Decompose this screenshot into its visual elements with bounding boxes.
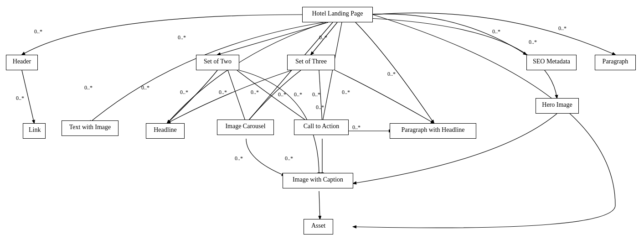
label-cta-iwc: 0..* [285,155,293,162]
paragraph-label: Paragraph [603,58,629,65]
label-set3-ic: 0..* [294,91,302,98]
set-of-three-node: Set of Three [287,55,335,70]
header-node: Header [6,55,38,70]
call-to-action-label: Call to Action [304,123,340,130]
label-set3-cta: 0..* [312,91,320,98]
image-carousel-node: Image Carousel [217,120,274,135]
label-hlp-twi: 0..* [84,84,93,91]
text-with-image-node: Text with Image [62,120,118,136]
label-set3-headline: 0..* [278,91,286,98]
asset-node: Asset [304,219,333,235]
hero-image-label: Hero Image [542,101,572,108]
diagram-container: Hotel Landing Page Header Set of Two Set… [0,0,644,245]
set-of-two-label: Set of Two [204,58,232,65]
label-cta-right: 0..* [352,124,361,131]
label-hlp-set2: 0..* [178,34,186,41]
image-with-caption-node: Image with Caption [283,173,353,188]
label-ic-iwc: 0..* [235,155,243,162]
link-label: Link [29,126,41,133]
hotel-landing-page-label: Hotel Landing Page [312,10,363,17]
label-hlp-header: 0..* [34,28,42,35]
asset-label: Asset [311,222,325,229]
label-set2-iwc: 0..* [316,104,324,111]
label-set3-pwh: 0..* [342,89,350,96]
paragraph-node: Paragraph [595,55,636,70]
header-label: Header [13,58,31,65]
seo-metadata-node: SEO Metadata [526,55,577,70]
label-set2-cta: 0..* [251,89,259,96]
text-with-image-label: Text with Image [69,124,111,130]
headline-label: Headline [154,126,177,133]
hotel-landing-page-node: Hotel Landing Page [302,7,373,22]
image-carousel-label: Image Carousel [225,123,265,130]
headline-node: Headline [146,123,185,139]
label-hlp-seo: 0..* [492,28,500,35]
image-with-caption-label: Image with Caption [293,176,343,183]
label-header-link: 0..* [16,95,24,102]
label-set2-headline: 0..* [180,89,188,96]
paragraph-with-headline-label: Paragraph with Headline [401,126,464,133]
label-hlp-set3: 0..* [319,34,327,41]
label-set2-ic: 0..* [219,89,227,96]
link-node: Link [23,123,46,139]
label-hlp-pwh: 0..* [387,71,396,78]
label-hlp-hero: 0..* [529,39,537,46]
call-to-action-node: Call to Action [294,120,349,135]
label-hlp-para: 0..* [558,25,567,32]
paragraph-with-headline-node: Paragraph with Headline [390,123,476,139]
label-hlp-headline: 0..* [141,84,149,91]
seo-metadata-label: SEO Metadata [533,58,570,65]
hero-image-node: Hero Image [536,98,579,114]
set-of-two-node: Set of Two [196,55,239,70]
set-of-three-label: Set of Three [295,58,327,65]
